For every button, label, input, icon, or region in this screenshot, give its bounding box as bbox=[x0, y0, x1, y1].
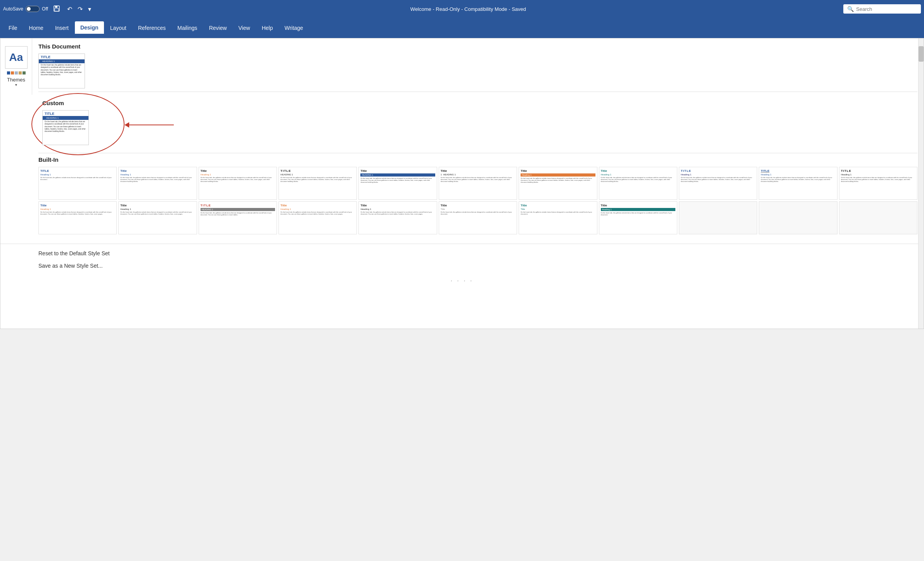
builtin-row-1: TITLE Heading 1 On the Insert tab, the g… bbox=[38, 167, 917, 200]
scroll-indicator: · · · · bbox=[0, 275, 924, 287]
builtin-section: Built-In TITLE Heading 1 On the Insert t… bbox=[38, 156, 917, 234]
custom-section: Custom TITLE HEADING 1 On the Insert tab… bbox=[38, 95, 917, 150]
save-button[interactable] bbox=[51, 4, 62, 14]
themes-chevron-icon: ▾ bbox=[15, 83, 17, 87]
custom-card-1[interactable]: TITLE HEADING 1 On the Insert tab, the g… bbox=[42, 110, 89, 145]
builtin-row-2: Title Heading 1 On the Insert tab, the g… bbox=[38, 201, 917, 234]
undo-redo-group: ↶ ↷ ▾ bbox=[65, 5, 93, 14]
card-title: TITLE bbox=[39, 54, 85, 59]
menu-bar: File Home Insert Design Layout Reference… bbox=[0, 18, 924, 38]
card-body: On the Insert tab, the galleries include… bbox=[39, 63, 85, 77]
main-content: This Document TITLE HEADING 1 On the Ins… bbox=[32, 38, 924, 239]
builtin-header: Built-In bbox=[38, 156, 917, 163]
builtin-card-16[interactable]: Title Heading 1 On the Insert tab, the g… bbox=[358, 201, 437, 234]
bottom-actions: Reset to the Default Style Set Save as a… bbox=[0, 244, 924, 275]
document-title: Welcome - Read-Only - Compatibility Mode… bbox=[96, 6, 840, 12]
builtin-card-17[interactable]: Title Title On the Insert tab, the galle… bbox=[439, 201, 517, 234]
menu-mailings[interactable]: Mailings bbox=[172, 22, 202, 34]
heading-bar-14: HEADING 1 bbox=[201, 208, 275, 211]
builtin-card-11[interactable]: TITLE Heading 1 On the Insert tab, the g… bbox=[839, 167, 917, 200]
color-swatch-5 bbox=[22, 71, 26, 74]
heading-bar-5: HEADING 1 bbox=[360, 173, 435, 177]
builtin-card-3[interactable]: Title Heading 1 On the Insert tab, the g… bbox=[199, 167, 277, 200]
menu-layout[interactable]: Layout bbox=[105, 22, 132, 34]
this-document-header: This Document bbox=[38, 43, 917, 50]
themes-icon: Aa bbox=[5, 46, 28, 69]
search-icon: 🔍 bbox=[847, 6, 854, 12]
color-swatch-1 bbox=[7, 71, 10, 74]
menu-writage[interactable]: Writage bbox=[279, 22, 308, 34]
builtin-card-13[interactable]: Title Heading 1 On the Insert tab, the g… bbox=[118, 201, 197, 234]
scrollbar[interactable] bbox=[918, 38, 924, 329]
card-heading-text: HEADING 1 bbox=[40, 60, 57, 62]
redo-button[interactable]: ↷ bbox=[76, 5, 85, 14]
builtin-card-18[interactable]: Title Title On the Insert tab, the galle… bbox=[519, 201, 597, 234]
heading-bar-19: Heading 1 bbox=[601, 208, 675, 211]
builtin-card-8[interactable]: Title Heading 1 On the Insert tab, the g… bbox=[599, 167, 677, 200]
themes-label: Themes bbox=[7, 77, 25, 83]
color-swatch-3 bbox=[15, 71, 18, 74]
builtin-card-10[interactable]: TITLE Heading 1 On the Insert tab, the g… bbox=[759, 167, 837, 200]
builtin-card-14[interactable]: TITLE HEADING 1 On the Insert tab, the g… bbox=[199, 201, 277, 234]
menu-view[interactable]: View bbox=[233, 22, 256, 34]
builtin-card-4[interactable]: TITLE HEADING 1 On the Insert tab, the g… bbox=[279, 167, 357, 200]
divider-1 bbox=[38, 92, 917, 92]
customize-button[interactable]: ▾ bbox=[86, 5, 93, 14]
card-heading-text: HEADING 1 bbox=[44, 117, 61, 119]
color-swatch-2 bbox=[11, 71, 14, 74]
builtin-card-9[interactable]: TITLE Heading 1 On the Insert tab, the g… bbox=[679, 167, 757, 200]
undo-button[interactable]: ↶ bbox=[65, 5, 74, 14]
custom-cards: TITLE HEADING 1 On the Insert tab, the g… bbox=[42, 110, 917, 145]
scrollbar-thumb[interactable] bbox=[919, 46, 924, 62]
menu-design[interactable]: Design bbox=[75, 21, 104, 35]
menu-help[interactable]: Help bbox=[256, 22, 279, 34]
builtin-card-12[interactable]: Title Heading 1 On the Insert tab, the g… bbox=[38, 201, 117, 234]
builtin-card-6[interactable]: Title 1 HEADING 1 On the Insert tab, the… bbox=[439, 167, 517, 200]
menu-review[interactable]: Review bbox=[204, 22, 232, 34]
svg-rect-2 bbox=[55, 9, 59, 11]
custom-header: Custom bbox=[42, 100, 917, 106]
builtin-card-22[interactable] bbox=[839, 201, 917, 234]
card-body: On the Insert tab, the galleries include… bbox=[43, 120, 88, 133]
autosave-label: AutoSave bbox=[3, 6, 23, 12]
this-document-section: This Document TITLE HEADING 1 On the Ins… bbox=[38, 43, 917, 88]
menu-file[interactable]: File bbox=[3, 22, 23, 34]
themes-sidebar[interactable]: Aa Themes ▾ bbox=[0, 38, 32, 95]
builtin-card-7[interactable]: Title Heading 1 On the Insert tab, the g… bbox=[519, 167, 597, 200]
this-document-cards: TITLE HEADING 1 On the Insert tab, the g… bbox=[38, 54, 917, 88]
card-title: TITLE bbox=[43, 111, 88, 116]
this-document-card-1[interactable]: TITLE HEADING 1 On the Insert tab, the g… bbox=[38, 54, 85, 88]
builtin-card-5[interactable]: Title HEADING 1 On the Insert tab, the g… bbox=[358, 167, 437, 200]
menu-insert[interactable]: Insert bbox=[50, 22, 74, 34]
builtin-card-15[interactable]: Title Heading 1 On the Insert tab, the g… bbox=[279, 201, 357, 234]
themes-icon-letter: Aa bbox=[9, 51, 23, 64]
save-new-style-action[interactable]: Save as a New Style Set... bbox=[38, 260, 917, 272]
toggle-knob bbox=[27, 7, 31, 11]
svg-rect-1 bbox=[55, 6, 57, 8]
builtin-card-20[interactable] bbox=[679, 201, 757, 234]
card-heading-bar: HEADING 1 bbox=[39, 59, 85, 63]
search-box[interactable]: 🔍 bbox=[843, 4, 921, 14]
title-bar: AutoSave Off ↶ ↷ ▾ Welcome - Read-Only -… bbox=[0, 0, 924, 18]
autosave-toggle[interactable] bbox=[26, 6, 40, 12]
dropdown-panel: Aa Themes ▾ This Document TITLE HEADING … bbox=[0, 38, 924, 329]
color-swatch-4 bbox=[19, 71, 22, 74]
reset-default-action[interactable]: Reset to the Default Style Set bbox=[38, 247, 917, 260]
card-heading-bar: HEADING 1 bbox=[43, 116, 88, 120]
menu-home[interactable]: Home bbox=[24, 22, 49, 34]
builtin-card-21[interactable] bbox=[759, 201, 837, 234]
builtin-card-2[interactable]: Title Heading 1 On the Insert tab, the g… bbox=[118, 167, 197, 200]
search-input[interactable] bbox=[856, 6, 910, 12]
autosave-state: Off bbox=[42, 6, 48, 12]
menu-references[interactable]: References bbox=[133, 22, 171, 34]
autosave-area: AutoSave Off bbox=[3, 6, 48, 12]
divider-2 bbox=[38, 153, 917, 153]
builtin-card-1[interactable]: TITLE Heading 1 On the Insert tab, the g… bbox=[38, 167, 117, 200]
heading-bar-7: Heading 1 bbox=[521, 173, 595, 177]
builtin-card-19[interactable]: Title Heading 1 On the Insert tab, the g… bbox=[599, 201, 677, 234]
